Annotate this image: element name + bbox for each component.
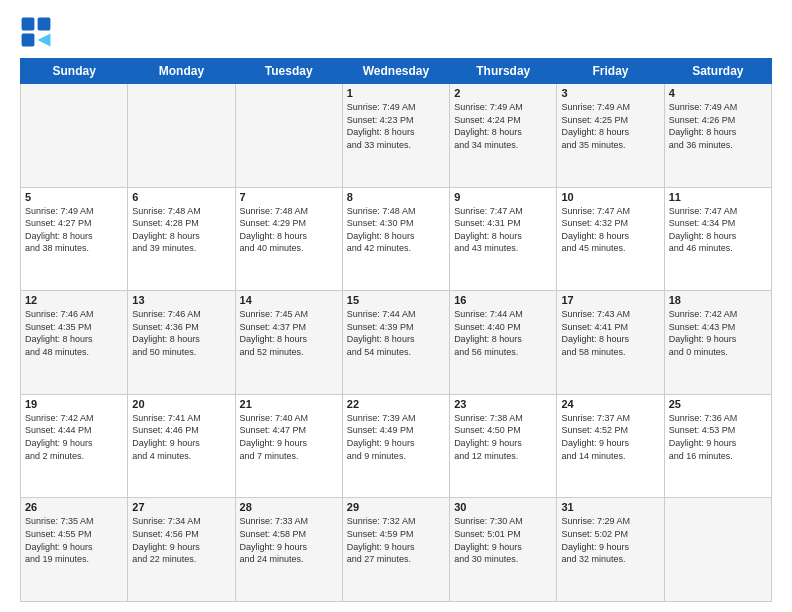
- day-number: 20: [132, 398, 230, 410]
- day-number: 1: [347, 87, 445, 99]
- calendar-day-20: 20Sunrise: 7:41 AM Sunset: 4:46 PM Dayli…: [128, 394, 235, 498]
- day-info: Sunrise: 7:47 AM Sunset: 4:32 PM Dayligh…: [561, 205, 659, 255]
- day-number: 16: [454, 294, 552, 306]
- day-number: 5: [25, 191, 123, 203]
- day-number: 15: [347, 294, 445, 306]
- day-info: Sunrise: 7:33 AM Sunset: 4:58 PM Dayligh…: [240, 515, 338, 565]
- calendar-day-24: 24Sunrise: 7:37 AM Sunset: 4:52 PM Dayli…: [557, 394, 664, 498]
- day-header-thursday: Thursday: [450, 59, 557, 84]
- day-info: Sunrise: 7:37 AM Sunset: 4:52 PM Dayligh…: [561, 412, 659, 462]
- day-info: Sunrise: 7:46 AM Sunset: 4:36 PM Dayligh…: [132, 308, 230, 358]
- calendar-day-22: 22Sunrise: 7:39 AM Sunset: 4:49 PM Dayli…: [342, 394, 449, 498]
- calendar-empty-cell: [235, 84, 342, 188]
- day-info: Sunrise: 7:40 AM Sunset: 4:47 PM Dayligh…: [240, 412, 338, 462]
- day-number: 6: [132, 191, 230, 203]
- day-number: 7: [240, 191, 338, 203]
- day-info: Sunrise: 7:32 AM Sunset: 4:59 PM Dayligh…: [347, 515, 445, 565]
- calendar-week-row: 1Sunrise: 7:49 AM Sunset: 4:23 PM Daylig…: [21, 84, 772, 188]
- day-number: 24: [561, 398, 659, 410]
- calendar-day-21: 21Sunrise: 7:40 AM Sunset: 4:47 PM Dayli…: [235, 394, 342, 498]
- day-number: 12: [25, 294, 123, 306]
- calendar-day-25: 25Sunrise: 7:36 AM Sunset: 4:53 PM Dayli…: [664, 394, 771, 498]
- day-number: 11: [669, 191, 767, 203]
- day-number: 21: [240, 398, 338, 410]
- day-info: Sunrise: 7:49 AM Sunset: 4:23 PM Dayligh…: [347, 101, 445, 151]
- calendar-day-4: 4Sunrise: 7:49 AM Sunset: 4:26 PM Daylig…: [664, 84, 771, 188]
- calendar-week-row: 19Sunrise: 7:42 AM Sunset: 4:44 PM Dayli…: [21, 394, 772, 498]
- calendar-week-row: 5Sunrise: 7:49 AM Sunset: 4:27 PM Daylig…: [21, 187, 772, 291]
- calendar-day-30: 30Sunrise: 7:30 AM Sunset: 5:01 PM Dayli…: [450, 498, 557, 602]
- day-number: 19: [25, 398, 123, 410]
- day-info: Sunrise: 7:30 AM Sunset: 5:01 PM Dayligh…: [454, 515, 552, 565]
- day-number: 3: [561, 87, 659, 99]
- calendar-day-6: 6Sunrise: 7:48 AM Sunset: 4:28 PM Daylig…: [128, 187, 235, 291]
- day-header-wednesday: Wednesday: [342, 59, 449, 84]
- day-number: 9: [454, 191, 552, 203]
- day-info: Sunrise: 7:44 AM Sunset: 4:39 PM Dayligh…: [347, 308, 445, 358]
- calendar-week-row: 12Sunrise: 7:46 AM Sunset: 4:35 PM Dayli…: [21, 291, 772, 395]
- calendar-day-7: 7Sunrise: 7:48 AM Sunset: 4:29 PM Daylig…: [235, 187, 342, 291]
- calendar-day-5: 5Sunrise: 7:49 AM Sunset: 4:27 PM Daylig…: [21, 187, 128, 291]
- calendar-day-29: 29Sunrise: 7:32 AM Sunset: 4:59 PM Dayli…: [342, 498, 449, 602]
- calendar-day-2: 2Sunrise: 7:49 AM Sunset: 4:24 PM Daylig…: [450, 84, 557, 188]
- day-info: Sunrise: 7:49 AM Sunset: 4:26 PM Dayligh…: [669, 101, 767, 151]
- day-info: Sunrise: 7:34 AM Sunset: 4:56 PM Dayligh…: [132, 515, 230, 565]
- day-number: 22: [347, 398, 445, 410]
- day-header-sunday: Sunday: [21, 59, 128, 84]
- calendar-day-16: 16Sunrise: 7:44 AM Sunset: 4:40 PM Dayli…: [450, 291, 557, 395]
- calendar-day-14: 14Sunrise: 7:45 AM Sunset: 4:37 PM Dayli…: [235, 291, 342, 395]
- day-number: 30: [454, 501, 552, 513]
- day-info: Sunrise: 7:44 AM Sunset: 4:40 PM Dayligh…: [454, 308, 552, 358]
- calendar-day-15: 15Sunrise: 7:44 AM Sunset: 4:39 PM Dayli…: [342, 291, 449, 395]
- day-info: Sunrise: 7:49 AM Sunset: 4:25 PM Dayligh…: [561, 101, 659, 151]
- day-info: Sunrise: 7:43 AM Sunset: 4:41 PM Dayligh…: [561, 308, 659, 358]
- day-number: 4: [669, 87, 767, 99]
- day-number: 23: [454, 398, 552, 410]
- day-info: Sunrise: 7:41 AM Sunset: 4:46 PM Dayligh…: [132, 412, 230, 462]
- day-info: Sunrise: 7:49 AM Sunset: 4:24 PM Dayligh…: [454, 101, 552, 151]
- calendar-day-28: 28Sunrise: 7:33 AM Sunset: 4:58 PM Dayli…: [235, 498, 342, 602]
- day-info: Sunrise: 7:49 AM Sunset: 4:27 PM Dayligh…: [25, 205, 123, 255]
- header: [20, 16, 772, 48]
- calendar-day-18: 18Sunrise: 7:42 AM Sunset: 4:43 PM Dayli…: [664, 291, 771, 395]
- svg-rect-2: [22, 34, 35, 47]
- day-info: Sunrise: 7:39 AM Sunset: 4:49 PM Dayligh…: [347, 412, 445, 462]
- calendar-day-27: 27Sunrise: 7:34 AM Sunset: 4:56 PM Dayli…: [128, 498, 235, 602]
- day-info: Sunrise: 7:47 AM Sunset: 4:34 PM Dayligh…: [669, 205, 767, 255]
- calendar-empty-cell: [21, 84, 128, 188]
- day-number: 29: [347, 501, 445, 513]
- day-number: 31: [561, 501, 659, 513]
- day-number: 8: [347, 191, 445, 203]
- calendar-day-19: 19Sunrise: 7:42 AM Sunset: 4:44 PM Dayli…: [21, 394, 128, 498]
- day-info: Sunrise: 7:48 AM Sunset: 4:28 PM Dayligh…: [132, 205, 230, 255]
- calendar-day-13: 13Sunrise: 7:46 AM Sunset: 4:36 PM Dayli…: [128, 291, 235, 395]
- calendar-day-11: 11Sunrise: 7:47 AM Sunset: 4:34 PM Dayli…: [664, 187, 771, 291]
- day-number: 2: [454, 87, 552, 99]
- day-info: Sunrise: 7:36 AM Sunset: 4:53 PM Dayligh…: [669, 412, 767, 462]
- page: SundayMondayTuesdayWednesdayThursdayFrid…: [0, 0, 792, 612]
- svg-rect-0: [22, 18, 35, 31]
- calendar-empty-cell: [664, 498, 771, 602]
- calendar-day-10: 10Sunrise: 7:47 AM Sunset: 4:32 PM Dayli…: [557, 187, 664, 291]
- logo-icon: [20, 16, 52, 48]
- day-info: Sunrise: 7:38 AM Sunset: 4:50 PM Dayligh…: [454, 412, 552, 462]
- day-number: 25: [669, 398, 767, 410]
- day-number: 14: [240, 294, 338, 306]
- day-number: 27: [132, 501, 230, 513]
- day-number: 13: [132, 294, 230, 306]
- day-info: Sunrise: 7:48 AM Sunset: 4:29 PM Dayligh…: [240, 205, 338, 255]
- calendar-day-1: 1Sunrise: 7:49 AM Sunset: 4:23 PM Daylig…: [342, 84, 449, 188]
- calendar-day-3: 3Sunrise: 7:49 AM Sunset: 4:25 PM Daylig…: [557, 84, 664, 188]
- calendar-day-12: 12Sunrise: 7:46 AM Sunset: 4:35 PM Dayli…: [21, 291, 128, 395]
- calendar-day-17: 17Sunrise: 7:43 AM Sunset: 4:41 PM Dayli…: [557, 291, 664, 395]
- day-info: Sunrise: 7:45 AM Sunset: 4:37 PM Dayligh…: [240, 308, 338, 358]
- logo: [20, 16, 56, 48]
- day-info: Sunrise: 7:47 AM Sunset: 4:31 PM Dayligh…: [454, 205, 552, 255]
- day-number: 17: [561, 294, 659, 306]
- day-header-friday: Friday: [557, 59, 664, 84]
- calendar-table: SundayMondayTuesdayWednesdayThursdayFrid…: [20, 58, 772, 602]
- day-header-monday: Monday: [128, 59, 235, 84]
- day-info: Sunrise: 7:29 AM Sunset: 5:02 PM Dayligh…: [561, 515, 659, 565]
- calendar-header-row: SundayMondayTuesdayWednesdayThursdayFrid…: [21, 59, 772, 84]
- day-header-tuesday: Tuesday: [235, 59, 342, 84]
